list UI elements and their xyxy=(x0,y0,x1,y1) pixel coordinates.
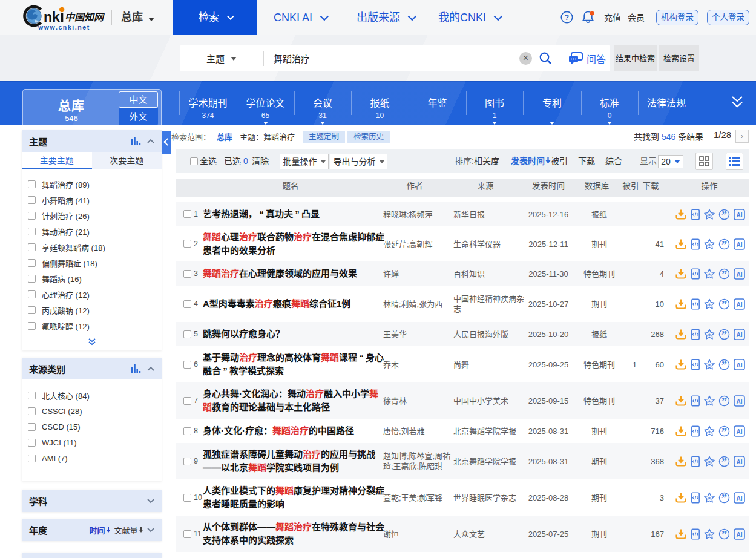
svg-text:”: ” xyxy=(721,456,727,468)
svg-text:AI: AI xyxy=(737,241,743,248)
svg-text:AI: AI xyxy=(737,362,743,369)
svg-text:nk: nk xyxy=(44,9,60,25)
svg-text:AI: AI xyxy=(737,495,743,502)
svg-text:”: ” xyxy=(721,493,727,504)
svg-text:AI: AI xyxy=(737,428,743,435)
svg-text:AI: AI xyxy=(737,459,743,465)
svg-text:AI: AI xyxy=(737,301,743,308)
svg-text:AI: AI xyxy=(737,531,743,538)
svg-text:”: ” xyxy=(721,269,727,280)
svg-text:AI: AI xyxy=(737,271,743,278)
svg-text:”: ” xyxy=(721,359,727,371)
svg-text:”: ” xyxy=(721,329,727,341)
svg-text:”: ” xyxy=(721,529,727,540)
svg-text:”: ” xyxy=(721,299,727,310)
svg-text:”: ” xyxy=(721,238,727,250)
svg-text:”: ” xyxy=(721,396,727,407)
svg-text:AI: AI xyxy=(737,211,743,218)
svg-text:AI: AI xyxy=(737,332,743,338)
svg-text:www.cnki.net: www.cnki.net xyxy=(38,24,90,30)
svg-text:”: ” xyxy=(721,209,727,220)
svg-text:”: ” xyxy=(721,426,727,438)
svg-text:AI: AI xyxy=(737,398,743,405)
svg-text:中国知网: 中国知网 xyxy=(65,12,105,22)
svg-text:?: ? xyxy=(565,13,569,22)
